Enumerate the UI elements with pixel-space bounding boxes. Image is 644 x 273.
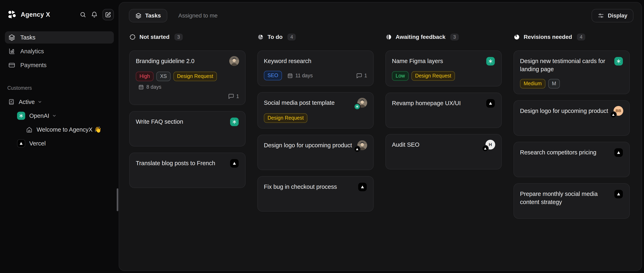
vercel-logo-icon [17, 139, 25, 147]
tag-seo: SEO [264, 71, 282, 80]
tree-item-label: OpenAI [29, 113, 49, 119]
sidebar-scrollbar[interactable] [117, 188, 118, 211]
task-card[interactable]: Branding guideline 2.0HighXSDesign Reque… [129, 51, 246, 105]
due-date: 8 days [138, 84, 162, 90]
sidebar-item-tasks[interactable]: Tasks [5, 31, 114, 44]
card-title: Keyword research [264, 56, 367, 65]
sidebar-item-label: Tasks [20, 34, 35, 41]
status-revisions-icon [514, 34, 520, 40]
card-meta-row: LowDesign Request [392, 71, 495, 81]
column-cards: Branding guideline 2.0HighXSDesign Reque… [129, 51, 246, 188]
comment-icon [356, 73, 362, 79]
payments-icon [8, 62, 16, 69]
avatar-stack [486, 56, 495, 66]
task-card[interactable]: Name Figma layersLowDesign Request [386, 51, 502, 87]
tree-item-active[interactable]: Active [5, 96, 114, 108]
due-date: 11 days [287, 73, 313, 79]
search-icon [80, 11, 86, 18]
task-card[interactable]: Keyword researchSEO11 days1 [257, 51, 374, 86]
sidebar-header: Agency X [7, 9, 114, 21]
sidebar-item-payments[interactable]: Payments [5, 59, 114, 71]
tag-m: M [548, 79, 560, 89]
sidebar-item-analytics[interactable]: Analytics [5, 45, 114, 57]
openai-logo-icon [17, 112, 25, 120]
status-awaiting-icon [386, 34, 392, 40]
avatar-stack [357, 98, 367, 108]
tree-item-label: Vercel [29, 140, 46, 147]
card-title: Name Figma layers [392, 56, 482, 65]
task-card[interactable]: Design logo for upcoming productBB [514, 100, 630, 136]
task-card[interactable]: Prepare monthly social media content str… [514, 183, 630, 219]
avatar-stack [614, 147, 623, 157]
compose-button[interactable] [102, 9, 114, 20]
card-title: Write FAQ section [136, 117, 226, 126]
task-card[interactable]: Translate blog posts to French [129, 153, 246, 188]
card-title-row: Keyword research [264, 56, 367, 65]
card-title-row: Write FAQ section [136, 117, 239, 126]
tree-item-label: Welcome to AgencyX 👋 [36, 126, 102, 133]
customers-tree: ActiveOpenAIWelcome to AgencyX 👋Vercel [5, 96, 114, 150]
vercel-avatar [614, 148, 623, 157]
analytics-icon [8, 48, 16, 55]
active-book-icon [8, 99, 15, 105]
openai-avatar [354, 103, 360, 110]
column-title: Awaiting feedback [396, 34, 446, 40]
sidebar-item-label: Payments [20, 62, 46, 69]
notifications-button[interactable] [89, 9, 100, 20]
brand-name: Agency X [21, 11, 50, 18]
card-title-row: Social media post template [264, 98, 367, 108]
tree-item-label: Active [19, 99, 35, 105]
card-meta-row: MediumM [520, 79, 623, 89]
sidebar-item-label: Analytics [20, 48, 44, 55]
card-title: Prepare monthly social media content str… [520, 189, 610, 206]
tab-tasks[interactable]: Tasks [129, 9, 167, 22]
task-card[interactable]: Design new testimonial cards for landing… [514, 51, 630, 94]
task-card[interactable]: Social media post templateDesign Request [257, 92, 374, 129]
column-cards: Design new testimonial cards for landing… [514, 51, 630, 219]
search-button[interactable] [77, 9, 89, 20]
avatar-stack [230, 158, 239, 168]
column-cards: Name Figma layersLowDesign RequestRevamp… [386, 51, 502, 169]
openai-avatar [486, 57, 495, 66]
customers-section-label: Customers [7, 85, 119, 91]
task-card[interactable]: Fix bug in checkout process [257, 176, 374, 211]
tree-item-vercel[interactable]: Vercel [5, 137, 114, 150]
calendar-icon [138, 84, 144, 90]
card-title-row: Audit SEOH [392, 140, 495, 150]
card-meta-row: HighXSDesign Request8 days [136, 72, 239, 90]
card-title: Research competitors pricing [520, 147, 610, 156]
task-card[interactable]: Audit SEOH [386, 134, 502, 169]
card-title-row: Translate blog posts to French [136, 158, 239, 168]
display-button[interactable]: Display [592, 9, 634, 22]
agency-flower-logo-icon [7, 9, 18, 20]
sidebar-nav: TasksAnalyticsPayments [5, 31, 114, 71]
card-title-row: Revamp homepage UX/UI [392, 98, 495, 108]
openai-avatar [614, 57, 623, 66]
layers-icon [8, 34, 16, 41]
comment-count-value: 1 [364, 73, 367, 79]
card-title: Design logo for upcoming product [264, 140, 353, 149]
task-card[interactable]: Revamp homepage UX/UI [386, 93, 502, 128]
avatar-stack [230, 117, 239, 126]
column-count-badge: 3 [450, 34, 458, 41]
task-card[interactable]: Research competitors pricing [514, 142, 630, 177]
tree-item-openai[interactable]: OpenAI [5, 110, 114, 122]
card-title: Audit SEO [392, 140, 481, 149]
card-title: Design new testimonial cards for landing… [520, 56, 610, 73]
avatar-stack: H [486, 140, 495, 150]
vercel-avatar [358, 183, 367, 191]
task-card[interactable]: Write FAQ section [129, 111, 246, 146]
sidebar: Agency X [0, 0, 119, 273]
tag-design-request: Design Request [264, 113, 307, 123]
column-count-badge: 3 [174, 34, 183, 41]
status-todo-icon [257, 34, 264, 40]
vercel-avatar [230, 159, 239, 168]
tab-assigned-to-me[interactable]: Assigned to me [178, 13, 218, 19]
task-card[interactable]: Design logo for upcoming product [257, 135, 374, 170]
board-column-not-started: Not started3Branding guideline 2.0HighXS… [129, 33, 246, 188]
display-button-label: Display [608, 13, 627, 19]
topbar: Tasks Assigned to me Display [119, 3, 642, 22]
calendar-icon [287, 73, 293, 79]
card-title: Translate blog posts to French [136, 158, 226, 167]
tree-item-welcome-to-agencyx[interactable]: Welcome to AgencyX 👋 [5, 123, 114, 136]
